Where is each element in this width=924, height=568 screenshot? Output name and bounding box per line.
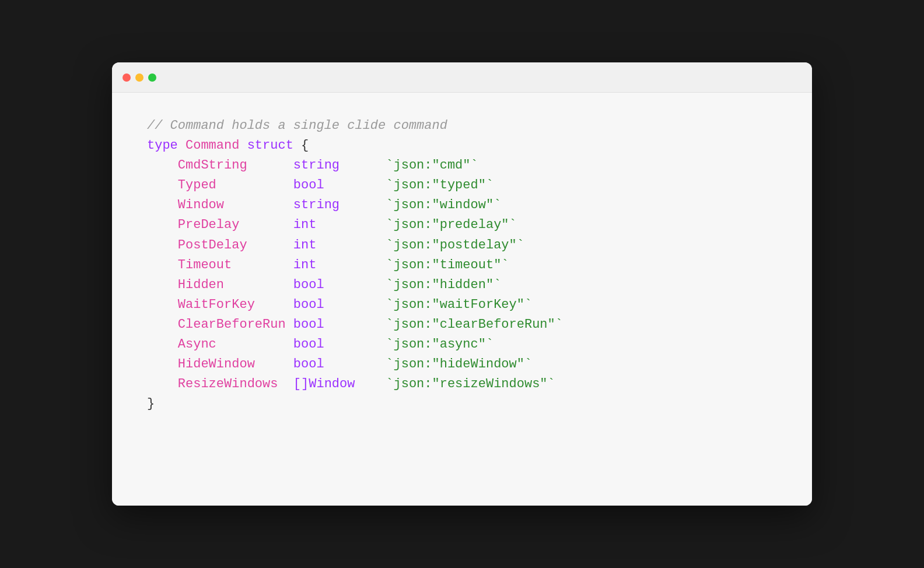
type-bool-3: bool (293, 297, 324, 312)
tag-async: `json:"async"` (370, 337, 494, 352)
type-int-1: int (293, 218, 317, 232)
type-bool-2: bool (293, 278, 324, 292)
field-ResizeWindows: ResizeWindows (178, 377, 286, 391)
minimize-button[interactable] (135, 73, 144, 82)
tag-hidden: `json:"hidden"` (370, 278, 501, 292)
field-CmdString: CmdString (178, 158, 286, 173)
open-brace: { (301, 138, 309, 153)
type-bool-5: bool (293, 337, 324, 352)
type-int-3: int (293, 258, 317, 272)
field-WaitForKey: WaitForKey (178, 297, 286, 312)
field-ClearBeforeRun: ClearBeforeRun (178, 317, 286, 332)
tag-clearbeforerun: `json:"clearBeforeRun"` (370, 317, 563, 332)
field-Async: Async (178, 337, 286, 352)
tag-window: `json:"window"` (370, 198, 501, 212)
field-Hidden: Hidden (178, 278, 286, 292)
field-Typed: Typed (178, 178, 286, 192)
close-brace: } (147, 397, 155, 411)
code-editor-window: // Command holds a single clide command … (112, 62, 812, 506)
titlebar (112, 62, 812, 93)
code-area: // Command holds a single clide command … (112, 93, 812, 506)
tag-typed: `json:"typed"` (370, 178, 494, 192)
field-Timeout: Timeout (178, 258, 286, 272)
tag-hidewindow: `json:"hideWindow"` (370, 357, 532, 371)
type-string-1: string (293, 158, 340, 173)
field-Window: Window (178, 198, 286, 212)
tag-predelay: `json:"predelay"` (370, 218, 517, 232)
type-window-slice: []Window (293, 377, 355, 391)
type-bool-1: bool (293, 178, 324, 192)
tag-postdelay: `json:"postdelay"` (370, 238, 524, 253)
maximize-button[interactable] (148, 73, 156, 82)
field-PreDelay: PreDelay (178, 218, 286, 232)
type-string-2: string (293, 198, 340, 212)
tag-cmd: `json:"cmd"` (370, 158, 478, 173)
type-bool-6: bool (293, 357, 324, 371)
tag-timeout: `json:"timeout"` (370, 258, 509, 272)
tag-waitforkey: `json:"waitForKey"` (370, 297, 532, 312)
field-HideWindow: HideWindow (178, 357, 286, 371)
type-bool-4: bool (293, 317, 324, 332)
type-int-2: int (293, 238, 317, 253)
type-keyword: type (147, 138, 178, 153)
struct-keyword: struct (247, 138, 293, 153)
field-PostDelay: PostDelay (178, 238, 286, 253)
tag-resizewindows: `json:"resizeWindows"` (370, 377, 555, 391)
comment-line: // Command holds a single clide command (147, 118, 447, 133)
close-button[interactable] (123, 73, 131, 82)
code-block: // Command holds a single clide command … (147, 116, 777, 414)
struct-name: Command (186, 138, 239, 153)
